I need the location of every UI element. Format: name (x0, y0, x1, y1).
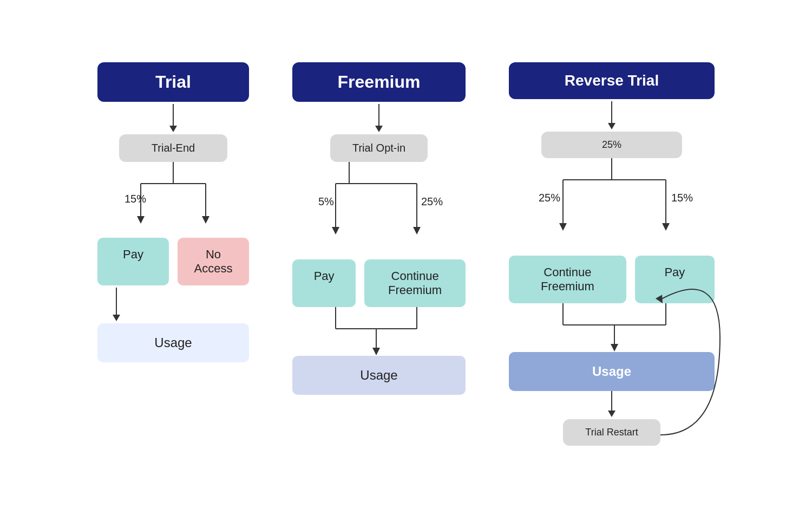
rt-continue-box: Continue Freemium (509, 256, 626, 303)
trial-branch-svg: 15% (103, 162, 244, 249)
arrow-rt-to-end (608, 101, 615, 129)
trial-end-box: Trial-End (119, 134, 227, 162)
svg-marker-5 (202, 216, 209, 224)
rt-restart-box: Trial Restart (563, 419, 660, 446)
diagram-container: Trial Trial-End 15% Pay No Access (0, 41, 812, 467)
rt-action-row: Continue Freemium Pay (509, 256, 715, 303)
freemium-optin-box: Trial Opt-in (330, 134, 428, 162)
svg-text:25%: 25% (421, 196, 443, 207)
svg-text:15%: 15% (671, 192, 693, 204)
rt-end-box: 25% (541, 132, 682, 158)
svg-marker-12 (413, 227, 421, 235)
freemium-usage-box: Usage (292, 356, 466, 395)
arrow-trial-to-usage (113, 288, 120, 321)
rt-column: Reverse Trial 25% 25% 15% Continue F (509, 62, 715, 446)
svg-marker-3 (137, 216, 145, 224)
trial-action-row: Pay No Access (97, 238, 249, 285)
freemium-action-row: Pay Continue Freemium (292, 259, 466, 307)
svg-marker-10 (332, 227, 339, 235)
trial-column: Trial Trial-End 15% Pay No Access (97, 62, 249, 362)
rt-branch-svg: 25% 15% (509, 158, 715, 266)
svg-marker-32 (611, 344, 618, 351)
rt-usage-box: Usage (509, 352, 715, 391)
arrow-rt-to-restart (608, 391, 615, 417)
arrow-freemium-to-optin (375, 104, 383, 132)
svg-text:5%: 5% (318, 196, 334, 207)
svg-text:15%: 15% (125, 193, 146, 205)
svg-marker-23 (559, 223, 567, 231)
trial-usage-box: Usage (97, 323, 249, 362)
freemium-merge-svg (292, 307, 466, 361)
svg-text:25%: 25% (539, 192, 560, 204)
trial-header: Trial (97, 62, 249, 102)
freemium-branch-svg: 5% 25% (292, 162, 466, 270)
arrow-trial-to-end (169, 104, 177, 132)
freemium-column: Freemium Trial Opt-in 5% 25% Pay (292, 62, 466, 395)
freemium-continue-box: Continue Freemium (364, 259, 466, 307)
trial-noaccess-box: No Access (178, 238, 249, 285)
svg-marker-19 (372, 348, 380, 355)
trial-pay-box: Pay (97, 238, 169, 285)
rt-merge-svg (509, 303, 715, 357)
rt-pay-box: Pay (635, 256, 715, 303)
rt-header: Reverse Trial (509, 62, 715, 99)
freemium-pay-box: Pay (292, 259, 356, 307)
svg-marker-25 (662, 223, 670, 231)
freemium-header: Freemium (292, 62, 466, 102)
